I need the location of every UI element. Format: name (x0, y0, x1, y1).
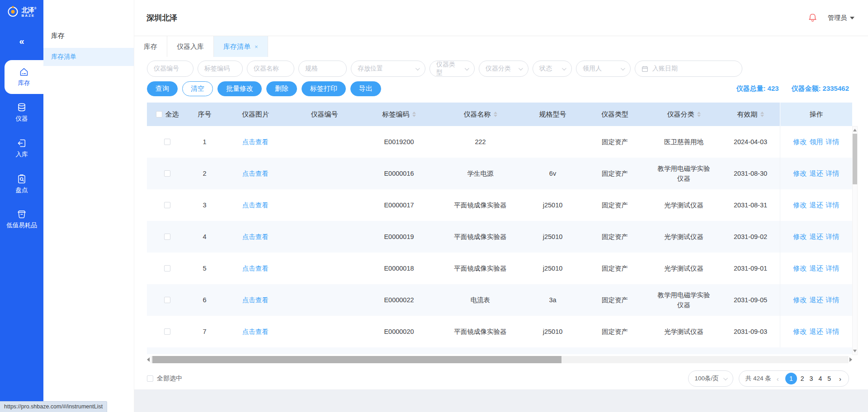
column-header[interactable]: 有效期 (721, 110, 780, 119)
user-menu[interactable]: 管理员 (828, 14, 854, 22)
select-all-checkbox[interactable] (156, 111, 162, 117)
view-image-link[interactable]: 点击查看 (242, 138, 269, 146)
scroll-right-arrow-icon[interactable] (849, 357, 852, 362)
horizontal-scrollbar-thumb[interactable] (152, 356, 561, 363)
filter-date-entry-date[interactable]: 入账日期 (635, 61, 742, 77)
status-bar-link: https://pro.shbaze.com/#/instrumentList (0, 401, 107, 412)
sidebar-item-stocktake[interactable]: 盘点 (0, 173, 43, 194)
top-header: 深圳北泽 管理员 (134, 0, 868, 36)
row-checkbox[interactable] (164, 328, 170, 335)
sidebar-item-instruments[interactable]: 仪器 (0, 102, 43, 123)
notification-bell-icon[interactable] (807, 13, 818, 23)
filter-select-instrument-category[interactable]: 仪器分类 (479, 61, 528, 77)
claim-link[interactable]: 领用 (810, 138, 823, 146)
tab-inventory-list[interactable]: 库存清单× (214, 36, 268, 57)
column-header[interactable]: 标签编码 (359, 110, 439, 119)
sort-icon[interactable] (760, 112, 764, 117)
tab-inventory[interactable]: 库存 (134, 36, 167, 57)
detail-link[interactable]: 详情 (826, 264, 840, 273)
column-header[interactable]: 仪器名称 (439, 110, 522, 119)
sort-icon[interactable] (494, 112, 497, 117)
batch-edit-button[interactable]: 批量修改 (217, 81, 262, 96)
scroll-up-arrow-icon[interactable] (853, 129, 857, 131)
filter-select-instrument-type[interactable]: 仪器类型 (429, 61, 475, 77)
vertical-scrollbar[interactable] (852, 126, 858, 355)
page-size-select[interactable]: 100条/页 (688, 370, 733, 387)
view-image-link[interactable]: 点击查看 (242, 201, 269, 210)
submenu-item-inventory-list[interactable]: 库存清单 (43, 48, 134, 66)
detail-link[interactable]: 详情 (826, 233, 840, 241)
app-logo[interactable]: 北泽® BAZE (0, 5, 43, 19)
detail-link[interactable]: 详情 (826, 328, 840, 336)
clear-button[interactable]: 清空 (182, 81, 213, 96)
scroll-left-arrow-icon[interactable] (147, 357, 150, 362)
edit-link[interactable]: 修改 (793, 233, 807, 241)
sort-icon[interactable] (697, 112, 701, 117)
detail-link[interactable]: 详情 (826, 201, 840, 210)
sidebar-item-consumables[interactable]: 低值易耗品 (0, 209, 43, 229)
tab-instrument-inbound[interactable]: 仪器入库 (167, 36, 214, 57)
return-link[interactable]: 退还 (810, 169, 823, 178)
row-checkbox[interactable] (164, 202, 170, 208)
export-button[interactable]: 导出 (350, 81, 381, 96)
label-print-button[interactable]: 标签打印 (302, 81, 346, 96)
horizontal-scrollbar[interactable] (147, 356, 852, 363)
table-footer: 全部选中 100条/页 共 424 条 ‹ 12345 › (147, 370, 849, 387)
filter-select-status[interactable]: 状态 (533, 61, 572, 77)
edit-link[interactable]: 修改 (793, 328, 807, 336)
row-checkbox[interactable] (164, 234, 170, 240)
next-page-button[interactable]: › (838, 375, 842, 383)
return-link[interactable]: 退还 (810, 233, 823, 241)
table-cell-spec: j25010 (522, 201, 583, 209)
sidebar-item-inventory[interactable]: 库存 (5, 60, 43, 94)
sort-icon[interactable] (412, 112, 416, 117)
close-tab-icon[interactable]: × (255, 43, 258, 50)
delete-button[interactable]: 删除 (266, 81, 297, 96)
return-link[interactable]: 退还 (810, 264, 823, 273)
page-button-4[interactable]: 4 (818, 375, 822, 382)
edit-link[interactable]: 修改 (793, 201, 807, 210)
edit-link[interactable]: 修改 (793, 264, 807, 273)
filter-select-recipient[interactable]: 领用人 (576, 61, 631, 77)
filter-select-location[interactable]: 存放位置 (351, 61, 425, 77)
table-cell-expiry: 2031-08-31 (721, 201, 780, 209)
row-checkbox[interactable] (164, 265, 170, 272)
table-cell-expiry: 2031-09-02 (721, 233, 780, 240)
filter-input-spec[interactable]: 规格 (298, 61, 347, 77)
search-button[interactable]: 查询 (147, 81, 178, 96)
select-all-pages-checkbox[interactable]: 全部选中 (147, 375, 182, 383)
sidebar-item-inbound[interactable]: 入库 (0, 138, 43, 159)
edit-link[interactable]: 修改 (793, 169, 807, 178)
row-checkbox[interactable] (164, 297, 170, 303)
edit-link[interactable]: 修改 (793, 138, 807, 146)
row-checkbox[interactable] (164, 139, 170, 145)
view-image-link[interactable]: 点击查看 (242, 233, 269, 241)
filter-input-instrument-no[interactable]: 仪器编号 (147, 61, 193, 77)
row-checkbox[interactable] (164, 170, 170, 177)
view-image-link[interactable]: 点击查看 (242, 169, 269, 178)
filter-input-instrument-name[interactable]: 仪器名称 (247, 61, 294, 77)
detail-link[interactable]: 详情 (826, 138, 840, 146)
checkbox-icon[interactable] (147, 375, 153, 382)
collapse-sidebar-button[interactable]: « (0, 36, 43, 47)
page-button-2[interactable]: 2 (801, 375, 804, 382)
detail-link[interactable]: 详情 (826, 296, 840, 304)
prev-page-button[interactable]: ‹ (776, 375, 780, 383)
return-link[interactable]: 退还 (810, 201, 823, 210)
vertical-scrollbar-thumb[interactable] (853, 134, 857, 184)
sidebar-item-label: 盘点 (16, 187, 28, 193)
view-image-link[interactable]: 点击查看 (242, 296, 269, 304)
view-image-link[interactable]: 点击查看 (242, 264, 269, 273)
return-link[interactable]: 退还 (810, 296, 823, 304)
filter-input-label-code[interactable]: 标签编码 (198, 61, 243, 77)
page-button-5[interactable]: 5 (827, 375, 831, 382)
view-image-link[interactable]: 点击查看 (242, 328, 269, 336)
scroll-down-arrow-icon[interactable] (853, 350, 857, 352)
return-link[interactable]: 退还 (810, 328, 823, 336)
row-actions-cell: 修改退还详情 (780, 284, 852, 316)
edit-link[interactable]: 修改 (793, 296, 807, 304)
detail-link[interactable]: 详情 (826, 169, 840, 178)
page-button-3[interactable]: 3 (810, 375, 813, 382)
page-button-1-current[interactable]: 1 (785, 373, 797, 384)
column-header[interactable]: 仪器分类 (646, 110, 721, 119)
